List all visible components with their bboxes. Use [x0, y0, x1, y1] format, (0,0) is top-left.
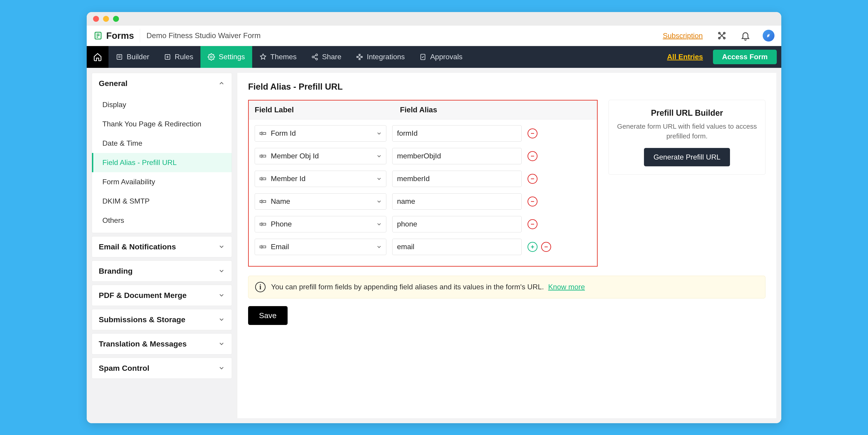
svg-rect-29 [263, 178, 266, 180]
nav-home[interactable] [87, 46, 108, 68]
side-head-spam[interactable]: Spam Control [92, 358, 232, 378]
app-body: General DisplayThank You Page & Redirect… [87, 68, 781, 423]
row-actions [528, 242, 551, 252]
form-name: Demo Fitness Studio Waiver Form [146, 31, 260, 40]
svg-rect-32 [260, 200, 262, 203]
field-alias-input[interactable] [392, 148, 522, 164]
add-row-button[interactable] [528, 242, 537, 252]
remove-row-button[interactable] [528, 219, 537, 229]
side-head-submissions[interactable]: Submissions & Storage [92, 309, 232, 330]
side-title-email: Email & Notifications [99, 242, 176, 251]
remove-row-button[interactable] [528, 151, 537, 161]
subscription-link[interactable]: Subscription [663, 32, 703, 40]
sidebar-item[interactable]: Form Availability [92, 172, 232, 191]
chevron-down-icon [376, 198, 382, 205]
row-actions [528, 219, 537, 229]
access-form-button[interactable]: Access Form [713, 50, 777, 64]
chevron-down-icon [376, 221, 382, 227]
side-head-email[interactable]: Email & Notifications [92, 237, 232, 257]
side-section-branding: Branding [92, 260, 232, 282]
svg-point-13 [316, 54, 317, 56]
tools-icon[interactable] [717, 31, 727, 41]
alias-row: Phone [255, 216, 591, 232]
nav-share[interactable]: Share [304, 46, 349, 68]
svg-rect-28 [260, 178, 262, 180]
col-header-label: Field Label [255, 105, 400, 114]
nav-approvals[interactable]: Approvals [412, 46, 470, 68]
chevron-down-icon [218, 292, 225, 299]
app-logo[interactable]: Forms [94, 29, 140, 42]
side-section-general: General DisplayThank You Page & Redirect… [92, 73, 232, 233]
sidebar-item[interactable]: DKIM & SMTP [92, 191, 232, 211]
settings-sidebar: General DisplayThank You Page & Redirect… [87, 68, 232, 423]
bell-icon[interactable] [740, 31, 750, 41]
nav-settings[interactable]: Settings [200, 46, 252, 68]
remove-row-button[interactable] [528, 174, 537, 184]
side-head-general[interactable]: General [92, 73, 232, 94]
info-text: You can prefill form fields by appending… [271, 283, 585, 291]
brand-badge-icon[interactable] [763, 30, 774, 41]
field-alias-input[interactable] [392, 193, 522, 210]
side-title-submissions: Submissions & Storage [99, 315, 185, 324]
svg-rect-25 [263, 155, 266, 157]
nav-builder[interactable]: Builder [108, 46, 157, 68]
window-minimize-dot[interactable] [103, 16, 109, 22]
nav-themes[interactable]: Themes [252, 46, 304, 68]
nav-rules[interactable]: Rules [157, 46, 200, 68]
side-title-branding: Branding [99, 267, 132, 276]
field-label-select[interactable]: Name [255, 193, 386, 210]
field-label-select[interactable]: Member Obj Id [255, 148, 386, 164]
field-alias-input[interactable] [392, 170, 522, 187]
remove-row-button[interactable] [528, 196, 537, 207]
field-alias-input[interactable] [392, 125, 522, 142]
field-label-select[interactable]: Form Id [255, 125, 386, 142]
sidebar-item[interactable]: Date & Time [92, 134, 232, 153]
side-head-branding[interactable]: Branding [92, 261, 232, 281]
row-actions [528, 128, 537, 138]
svg-rect-41 [263, 246, 266, 248]
sidebar-item[interactable]: Display [92, 95, 232, 114]
remove-row-button[interactable] [541, 242, 551, 252]
generate-prefill-url-button[interactable]: Generate Prefill URL [644, 148, 730, 166]
svg-point-12 [210, 56, 212, 58]
nav-themes-label: Themes [270, 53, 297, 61]
know-more-link[interactable]: Know more [548, 283, 585, 291]
side-title-translation: Translation & Messages [99, 339, 187, 348]
field-alias-input[interactable] [392, 239, 522, 255]
field-label-value: Name [271, 197, 372, 206]
window-zoom-dot[interactable] [113, 16, 119, 22]
svg-rect-33 [263, 200, 266, 203]
sidebar-item[interactable]: Others [92, 211, 232, 230]
alias-row: Member Obj Id [255, 148, 591, 164]
sidebar-item[interactable]: Thank You Page & Redirection [92, 114, 232, 134]
side-title-spam: Spam Control [99, 364, 149, 373]
window-titlebar [87, 12, 781, 26]
svg-rect-37 [263, 223, 266, 225]
info-msg: You can prefill form fields by appending… [271, 283, 544, 291]
side-section-spam: Spam Control [92, 358, 232, 379]
sidebar-item[interactable]: Field Alias - Prefill URL [92, 153, 232, 172]
field-label-value: Email [271, 243, 372, 251]
field-label-value: Member Obj Id [271, 152, 372, 160]
remove-row-button[interactable] [528, 128, 537, 138]
all-entries-link[interactable]: All Entries [659, 46, 711, 68]
field-label-select[interactable]: Member Id [255, 170, 386, 187]
window-close-dot[interactable] [93, 16, 99, 22]
svg-point-15 [316, 58, 317, 60]
main-nav: Builder Rules Settings Themes Share Inte… [87, 46, 781, 68]
field-label-select[interactable]: Email [255, 239, 386, 255]
save-button[interactable]: Save [248, 306, 288, 325]
svg-line-17 [314, 57, 316, 59]
field-label-value: Phone [271, 220, 372, 228]
nav-integrations[interactable]: Integrations [349, 46, 412, 68]
row-actions [528, 196, 537, 207]
field-alias-input[interactable] [392, 216, 522, 232]
nav-rules-label: Rules [175, 53, 193, 61]
forms-logo-icon [94, 31, 102, 40]
field-label-select[interactable]: Phone [255, 216, 386, 232]
svg-rect-20 [260, 132, 262, 134]
side-head-pdf[interactable]: PDF & Document Merge [92, 285, 232, 306]
prefill-desc: Generate form URL with field values to a… [616, 121, 758, 141]
side-head-translation[interactable]: Translation & Messages [92, 334, 232, 354]
text-field-icon [259, 198, 267, 205]
